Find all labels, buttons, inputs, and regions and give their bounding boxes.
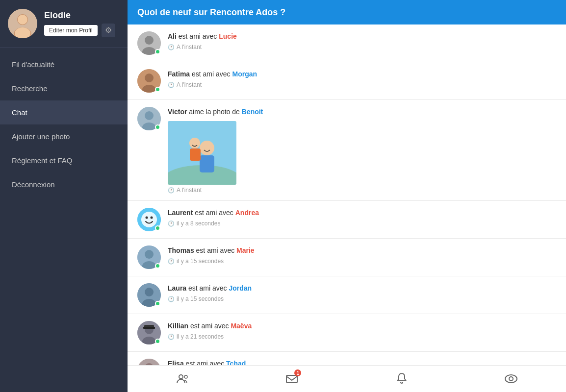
feed-user-thomas: Thomas: [168, 246, 194, 254]
bottom-bar: 1: [128, 365, 566, 392]
sidebar-item-deconnexion[interactable]: Déconnexion: [0, 172, 128, 196]
feed-target-ali[interactable]: Lucie: [219, 32, 237, 40]
feed-container[interactable]: Ali est ami avec Lucie 🕐 A l'instant: [128, 24, 566, 365]
feed-content-victor: Victor aime la photo de Benoit: [168, 107, 556, 194]
svg-point-25: [145, 250, 154, 259]
feed-content-killian: Killian est ami avec Maëva 🕐 il y a 21 s…: [168, 321, 556, 340]
online-indicator: [155, 263, 160, 269]
feed-action-laurent: est ami avec: [195, 209, 235, 217]
feed-text-killian: Killian est ami avec Maëva: [168, 321, 556, 331]
main-content: Quoi de neuf sur Rencontre Ados ? Ali es…: [128, 0, 566, 392]
avatar: [8, 9, 37, 38]
feed-target-elisa[interactable]: Tchad: [226, 360, 246, 365]
feed-text-laura: Laura est ami avec Jordan: [168, 283, 556, 294]
feed-action-victor: aime la photo de: [189, 108, 241, 116]
avatar-ali: [137, 31, 161, 55]
svg-point-21: [141, 212, 157, 227]
feed-text-thomas: Thomas est ami avec Marie: [168, 245, 556, 256]
sidebar-item-reglement-faq[interactable]: Règlement et FAQ: [0, 148, 128, 172]
profile-actions: Editer mon Profil ⚙: [44, 24, 115, 37]
feed-user-laurent: Laurent: [168, 209, 193, 217]
feed-photo-victor: [168, 121, 236, 185]
svg-point-9: [145, 74, 154, 82]
feed-item-laurent: Laurent est ami avec Andrea 🕐 il y a 8 s…: [128, 201, 566, 239]
feed-target-victor[interactable]: Benoit: [242, 108, 263, 116]
svg-point-18: [189, 138, 200, 148]
edit-profile-button[interactable]: Editer mon Profil: [44, 25, 98, 36]
clock-icon: 🕐: [168, 187, 175, 194]
online-indicator: [155, 301, 160, 306]
svg-point-16: [200, 141, 214, 155]
svg-point-6: [145, 36, 154, 45]
avatar-thomas: [137, 245, 161, 269]
bell-icon[interactable]: [389, 367, 414, 391]
feed-target-fatima[interactable]: Morgan: [232, 70, 257, 78]
profile-info: Elodie Editer mon Profil ⚙: [44, 10, 115, 37]
online-indicator: [155, 339, 160, 344]
feed-text-elisa: Elisa est ami avec Tchad: [168, 359, 556, 365]
svg-point-22: [146, 217, 148, 219]
online-indicator: [155, 87, 160, 92]
clock-icon: 🕐: [168, 220, 175, 227]
feed-text-victor: Victor aime la photo de Benoit: [168, 107, 556, 117]
svg-rect-40: [286, 375, 297, 383]
svg-point-28: [145, 288, 154, 296]
feed-time-victor: 🕐 A l'instant: [168, 187, 556, 194]
svg-rect-19: [190, 148, 201, 161]
feed-user-fatima: Fatima: [168, 70, 190, 78]
online-indicator: [155, 49, 160, 54]
feed-text-fatima: Fatima est ami avec Morgan: [168, 69, 556, 79]
online-indicator: [155, 124, 160, 130]
feed-user-killian: Killian: [168, 322, 188, 330]
feed-user-elisa: Elisa: [168, 360, 184, 365]
profile-name: Elodie: [44, 10, 115, 21]
clock-icon: 🕐: [168, 296, 175, 302]
online-indicator: [155, 225, 160, 231]
sidebar-item-fil-actualite[interactable]: Fil d'actualité: [0, 52, 128, 76]
svg-point-42: [509, 377, 513, 381]
eye-icon[interactable]: [499, 367, 523, 391]
feed-item-killian: Killian est ami avec Maëva 🕐 il y a 21 s…: [128, 314, 566, 352]
feed-time-thomas: 🕐 il y a 15 secondes: [168, 258, 556, 265]
feed-content-elisa: Elisa est ami avec Tchad 🕐 il y a 2 minu…: [168, 359, 556, 365]
svg-point-23: [151, 217, 153, 219]
feed-action-elisa: est ami avec: [186, 360, 226, 365]
feed-time-killian: 🕐 il y a 21 secondes: [168, 333, 556, 340]
svg-rect-17: [200, 155, 214, 172]
feed-target-killian[interactable]: Maëva: [231, 322, 252, 330]
sidebar-nav: Fil d'actualité Recherche Chat Ajouter u…: [0, 48, 128, 392]
feed-content-ali: Ali est ami avec Lucie 🕐 A l'instant: [168, 31, 556, 50]
svg-point-41: [505, 375, 517, 383]
feed-text-ali: Ali est ami avec Lucie: [168, 31, 556, 42]
feed-user-laura: Laura: [168, 284, 186, 292]
feed-item-victor: Victor aime la photo de Benoit: [128, 100, 566, 201]
mail-badge: 1: [294, 369, 301, 376]
avatar-laura: [137, 283, 161, 307]
page-title: Quoi de neuf sur Rencontre Ados ?: [137, 7, 285, 18]
feed-target-laura[interactable]: Jordan: [229, 284, 252, 292]
sidebar-item-ajouter-photo[interactable]: Ajouter une photo: [0, 124, 128, 148]
sidebar-item-recherche[interactable]: Recherche: [0, 76, 128, 100]
feed-target-laurent[interactable]: Andrea: [235, 209, 259, 217]
feed-item-thomas: Thomas est ami avec Marie 🕐 il y a 15 se…: [128, 239, 566, 276]
feed-content-thomas: Thomas est ami avec Marie 🕐 il y a 15 se…: [168, 245, 556, 265]
svg-point-38: [179, 375, 183, 379]
feed-time-ali: 🕐 A l'instant: [168, 44, 556, 50]
sidebar-item-chat[interactable]: Chat: [0, 100, 128, 124]
avatar-victor: [137, 107, 161, 130]
svg-point-12: [145, 111, 154, 120]
clock-icon: 🕐: [168, 258, 175, 265]
feed-time-laurent: 🕐 il y a 8 secondes: [168, 220, 556, 227]
feed-user-victor: Victor: [168, 108, 187, 116]
people-icon[interactable]: [170, 367, 195, 391]
avatar-killian: [137, 321, 161, 344]
feed-action-fatima: est ami avec: [192, 70, 232, 78]
feed-target-thomas[interactable]: Marie: [236, 246, 255, 254]
profile-avatar-img: [8, 9, 37, 38]
settings-button[interactable]: ⚙: [102, 24, 115, 37]
svg-rect-34: [143, 327, 155, 329]
feed-item-laura: Laura est ami avec Jordan 🕐 il y a 15 se…: [128, 276, 566, 314]
clock-icon: 🕐: [168, 334, 175, 340]
feed-content-laurent: Laurent est ami avec Andrea 🕐 il y a 8 s…: [168, 208, 556, 227]
mail-icon[interactable]: 1: [280, 367, 304, 391]
